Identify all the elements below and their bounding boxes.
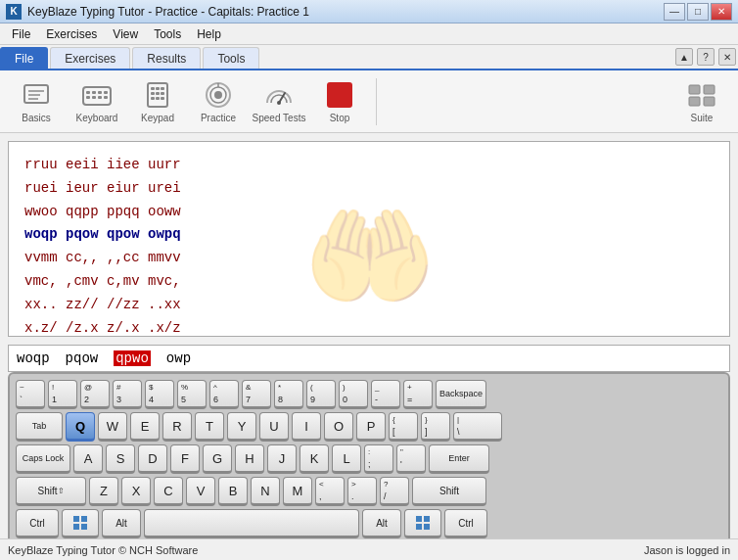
key-ctrl-left[interactable]: Ctrl — [16, 509, 59, 538]
svg-rect-36 — [81, 524, 87, 530]
tab-help[interactable]: ? — [697, 48, 715, 66]
menu-tools[interactable]: Tools — [146, 25, 189, 43]
key-quote[interactable]: "' — [396, 444, 426, 474]
key-8[interactable]: *8 — [274, 380, 303, 409]
key-ctrl-right[interactable]: Ctrl — [444, 509, 487, 538]
key-o[interactable]: O — [324, 412, 353, 442]
key-rbracket[interactable]: }] — [421, 412, 450, 442]
status-right: Jason is logged in — [644, 544, 730, 556]
key-comma[interactable]: <, — [315, 477, 345, 506]
key-space[interactable] — [144, 509, 359, 538]
key-5[interactable]: %5 — [177, 380, 207, 409]
key-shift-right[interactable]: Shift — [412, 477, 486, 506]
key-equals[interactable]: += — [403, 380, 433, 409]
speed-tests-icon — [263, 79, 295, 111]
svg-rect-30 — [704, 85, 715, 94]
toolbar-suite[interactable]: Suite — [673, 74, 730, 129]
tab-file[interactable]: File — [0, 47, 48, 69]
key-capslock[interactable]: Caps Lock — [16, 444, 70, 474]
key-a[interactable]: A — [73, 444, 103, 474]
key-semicolon[interactable]: :; — [364, 444, 393, 474]
svg-rect-0 — [24, 85, 48, 103]
key-p[interactable]: P — [356, 412, 386, 442]
menu-help[interactable]: Help — [189, 25, 229, 43]
key-win-left[interactable] — [62, 509, 99, 538]
tab-close[interactable]: ✕ — [718, 48, 736, 66]
key-q[interactable]: Q — [66, 412, 95, 442]
key-g[interactable]: G — [203, 444, 232, 474]
keypad-label: Keypad — [141, 113, 174, 123]
suite-label: Suite — [691, 113, 714, 123]
tab-bar-extras: ▲ ? ✕ — [675, 48, 736, 66]
key-e[interactable]: E — [130, 412, 160, 442]
minimize-button[interactable]: — — [664, 3, 685, 21]
key-v[interactable]: V — [186, 477, 215, 506]
key-t[interactable]: T — [195, 412, 224, 442]
key-s[interactable]: S — [106, 444, 135, 474]
menu-exercises[interactable]: Exercises — [38, 25, 105, 43]
tab-exercises[interactable]: Exercises — [50, 47, 130, 69]
tab-bar: File Exercises Results Tools ▲ ? ✕ — [0, 45, 738, 70]
key-lbracket[interactable]: {[ — [389, 412, 418, 442]
key-tilde[interactable]: ~` — [16, 380, 45, 409]
key-y[interactable]: Y — [227, 412, 256, 442]
key-c[interactable]: C — [154, 477, 183, 506]
toolbar-practice[interactable]: Practice — [190, 74, 247, 129]
svg-rect-10 — [92, 96, 96, 99]
key-r[interactable]: R — [162, 412, 192, 442]
menu-file[interactable]: File — [4, 25, 38, 43]
key-i[interactable]: I — [292, 412, 321, 442]
key-2[interactable]: @2 — [80, 380, 110, 409]
key-b[interactable]: B — [218, 477, 248, 506]
key-alt-right[interactable]: Alt — [362, 509, 401, 538]
key-0[interactable]: )0 — [339, 380, 368, 409]
key-u[interactable]: U — [259, 412, 289, 442]
toolbar-stop[interactable]: Stop — [311, 74, 368, 129]
menu-view[interactable]: View — [105, 25, 146, 43]
key-l[interactable]: L — [332, 444, 361, 474]
typing-input-area[interactable]: woqp pqow qpwo owp — [8, 345, 730, 372]
key-enter[interactable]: Enter — [429, 444, 489, 474]
key-k[interactable]: K — [300, 444, 329, 474]
key-x[interactable]: X — [121, 477, 151, 506]
key-slash[interactable]: ?/ — [380, 477, 409, 506]
key-w[interactable]: W — [98, 412, 127, 442]
key-h[interactable]: H — [235, 444, 264, 474]
key-win-right[interactable] — [404, 509, 441, 538]
key-j[interactable]: J — [267, 444, 297, 474]
toolbar-keypad[interactable]: Keypad — [129, 74, 186, 129]
key-7[interactable]: &7 — [242, 380, 271, 409]
key-d[interactable]: D — [138, 444, 167, 474]
svg-point-25 — [214, 91, 222, 99]
key-4[interactable]: $4 — [145, 380, 174, 409]
key-m[interactable]: M — [283, 477, 312, 506]
tab-tools[interactable]: Tools — [203, 47, 259, 69]
key-period[interactable]: >. — [347, 477, 377, 506]
app-icon: K — [6, 4, 22, 20]
maximize-button[interactable]: □ — [687, 3, 709, 21]
toolbar-speed-tests[interactable]: Speed Tests — [251, 74, 307, 129]
key-backslash[interactable]: |\ — [453, 412, 502, 442]
toolbar-keyboard[interactable]: Keyboard — [69, 74, 125, 129]
tab-results[interactable]: Results — [132, 47, 201, 69]
key-3[interactable]: #3 — [113, 380, 142, 409]
key-minus[interactable]: _- — [371, 380, 400, 409]
key-z[interactable]: Z — [89, 477, 118, 506]
keyboard-row-0: ~` !1 @2 #3 $4 %5 ^6 &7 *8 (9 )0 _- += B… — [16, 380, 722, 409]
key-shift-left[interactable]: Shift⇧ — [16, 477, 86, 506]
toolbar-basics[interactable]: Basics — [8, 74, 65, 129]
key-9[interactable]: (9 — [306, 380, 336, 409]
key-tab[interactable]: Tab — [16, 412, 63, 442]
window-controls: — □ ✕ — [664, 3, 732, 21]
key-1[interactable]: !1 — [48, 380, 77, 409]
status-left: KeyBlaze Typing Tutor © NCH Software — [8, 544, 198, 556]
close-button[interactable]: ✕ — [711, 3, 732, 21]
key-n[interactable]: N — [251, 477, 280, 506]
svg-rect-14 — [151, 87, 155, 90]
key-6[interactable]: ^6 — [209, 380, 239, 409]
key-f[interactable]: F — [170, 444, 200, 474]
tab-scroll-up[interactable]: ▲ — [675, 48, 693, 66]
key-alt-left[interactable]: Alt — [102, 509, 141, 538]
key-backspace[interactable]: Backspace — [436, 380, 486, 409]
typed-word-1: woqp — [17, 350, 50, 366]
